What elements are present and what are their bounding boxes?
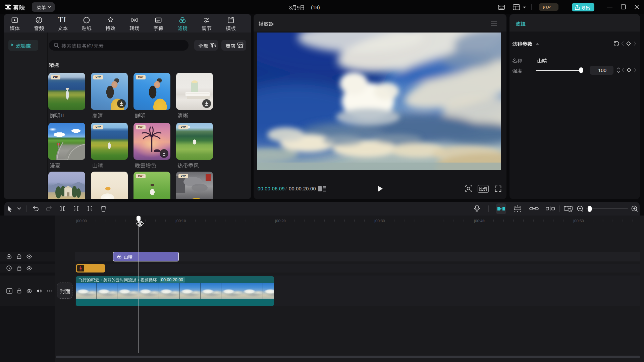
svg-text:|00:20: |00:20 [275, 219, 286, 223]
svg-text:|00:50: |00:50 [573, 219, 584, 223]
svg-text:|00:00: |00:00 [76, 219, 87, 223]
svg-text:|00:40: |00:40 [474, 219, 485, 223]
svg-text:|00:30: |00:30 [374, 219, 385, 223]
svg-text:|00:10: |00:10 [175, 219, 186, 223]
